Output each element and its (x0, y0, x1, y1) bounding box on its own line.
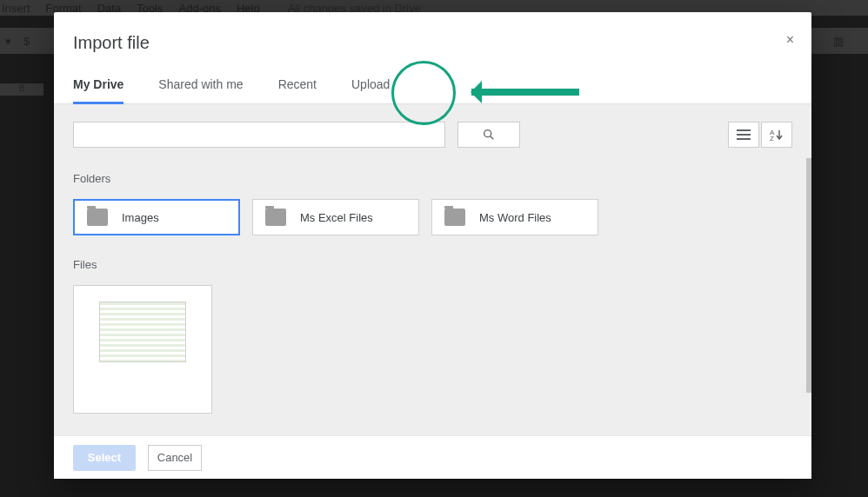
import-file-dialog: Import file × My Drive Shared with me Re… (54, 12, 811, 479)
svg-line-1 (491, 136, 494, 140)
dialog-title: Import file (73, 33, 792, 53)
svg-rect-3 (737, 134, 751, 136)
folder-icon (444, 209, 465, 226)
folder-icon (87, 209, 108, 226)
folder-label: Images (122, 211, 159, 224)
folder-images[interactable]: Images (73, 199, 240, 235)
svg-point-0 (484, 130, 491, 137)
sort-button[interactable]: AZ (761, 122, 792, 148)
folders-label: Folders (73, 172, 792, 185)
search-icon (482, 128, 496, 142)
files-grid (73, 285, 792, 414)
dialog-header: Import file × (54, 12, 811, 53)
tab-upload[interactable]: Upload (351, 77, 390, 103)
folder-ms-excel[interactable]: Ms Excel Files (252, 199, 419, 235)
folder-label: Ms Word Files (479, 211, 551, 224)
list-view-button[interactable] (728, 122, 759, 148)
picker-toolbar: AZ (73, 122, 792, 148)
cancel-button[interactable]: Cancel (148, 445, 202, 471)
select-button[interactable]: Select (73, 445, 136, 471)
svg-text:Z: Z (770, 135, 774, 141)
svg-rect-4 (737, 138, 751, 140)
file-spreadsheet[interactable] (73, 285, 212, 414)
folder-icon (265, 209, 286, 226)
sort-az-icon: AZ (770, 129, 784, 141)
dialog-footer: Select Cancel (54, 435, 811, 479)
tab-recent[interactable]: Recent (278, 77, 317, 103)
list-icon (737, 129, 751, 140)
folder-ms-word[interactable]: Ms Word Files (431, 199, 598, 235)
search-button[interactable] (457, 122, 520, 148)
scrollbar[interactable] (806, 158, 811, 393)
folders-row: Images Ms Excel Files Ms Word Files (73, 199, 792, 235)
tab-bar: My Drive Shared with me Recent Upload (54, 53, 811, 104)
file-thumbnail (99, 302, 186, 362)
search-input[interactable] (73, 122, 445, 148)
files-label: Files (73, 258, 792, 271)
close-button[interactable]: × (786, 33, 794, 47)
picker-body: AZ Folders Images Ms Excel Files Ms Word… (54, 104, 811, 435)
svg-rect-2 (737, 129, 751, 131)
tab-shared-with-me[interactable]: Shared with me (158, 77, 243, 103)
tab-my-drive[interactable]: My Drive (73, 77, 124, 103)
folder-label: Ms Excel Files (300, 211, 373, 224)
